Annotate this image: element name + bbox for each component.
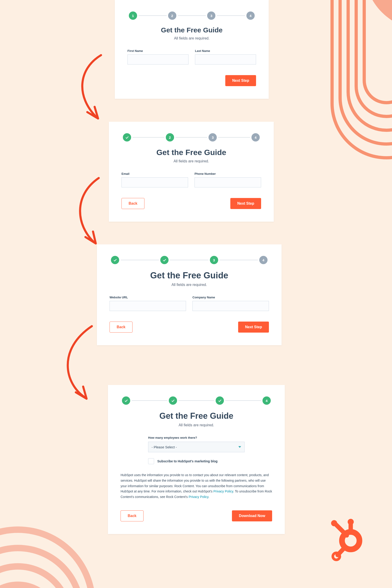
step-4: 4 [259,256,268,264]
stepper: 4 [122,396,271,405]
download-button[interactable]: Download Now [232,510,272,522]
check-icon [171,398,175,403]
step-2: 2 [166,133,174,142]
step-2: 2 [168,12,176,20]
arrow-1-icon [53,48,117,126]
step-3-done [216,396,224,405]
check-icon [218,398,222,403]
employees-label: How many employees work there? [148,436,244,440]
svg-point-4 [348,519,354,525]
form-title: Get the Free Guide [128,26,256,34]
stepper: 3 4 [111,256,268,264]
form-card-step-4: 4 Get the Free Guide All fields are requ… [108,385,285,534]
company-input[interactable] [192,301,269,311]
check-icon [125,135,129,140]
subscribe-checkbox[interactable] [148,458,154,464]
last-name-label: Last Name [195,49,256,52]
check-icon [113,258,117,262]
svg-point-2 [331,520,337,526]
website-input[interactable] [110,301,186,311]
step-4: 4 [262,396,271,405]
email-input[interactable] [122,177,188,188]
rockcontent-privacy-link[interactable]: Privacy Policy [188,495,208,499]
step-4: 4 [246,12,255,20]
first-name-input[interactable] [128,54,188,64]
next-step-button[interactable]: Next Step [225,75,256,86]
back-button[interactable]: Back [122,198,144,209]
next-step-button[interactable]: Next Step [238,322,269,332]
caret-down-icon [238,446,241,448]
employees-select-value: - Please Select - [152,445,177,449]
form-subtitle: All fields are required. [110,283,269,287]
hubspot-privacy-link[interactable]: Privacy Policy [213,490,233,493]
svg-point-0 [342,532,360,550]
form-title: Get the Free Guide [120,411,272,421]
step-1-done [122,396,130,405]
arrow-2-icon [53,172,117,250]
check-icon [162,258,166,262]
step-3: 3 [207,12,216,20]
website-label: Website URL [110,296,186,299]
step-4: 4 [252,133,260,142]
check-icon [124,398,128,403]
form-title: Get the Free Guide [110,270,269,280]
next-step-button[interactable]: Next Step [230,198,261,209]
stepper: 2 3 4 [123,133,260,142]
form-subtitle: All fields are required. [120,423,272,427]
step-line [138,16,167,16]
step-2-done [169,396,177,405]
step-3: 3 [208,133,217,142]
back-button[interactable]: Back [120,510,144,522]
form-title: Get the Free Guide [122,148,261,157]
form-card-step-2: 2 3 4 Get the Free Guide All fields are … [109,122,274,222]
svg-line-1 [336,524,347,536]
form-subtitle: All fields are required. [128,36,256,40]
svg-point-6 [333,553,340,560]
phone-input[interactable] [194,177,261,188]
form-card-step-1: 1 2 3 4 Get the Free Guide All fields ar… [115,0,269,99]
last-name-input[interactable] [195,54,256,64]
consent-text: HubSpot uses the information you provide… [120,472,272,500]
step-2-done [160,256,168,264]
step-1-done [123,133,131,142]
svg-line-5 [338,547,346,555]
step-1-done [111,256,119,264]
company-label: Company Name [192,296,269,299]
employees-select[interactable]: - Please Select - [148,442,244,452]
step-3: 3 [210,256,218,264]
hubspot-logo-icon [326,517,369,563]
email-label: Email [122,172,188,176]
back-button[interactable]: Back [110,322,132,332]
step-1: 1 [129,12,137,20]
phone-label: Phone Number [194,172,261,176]
stepper: 1 2 3 4 [129,12,255,20]
form-card-step-3: 3 4 Get the Free Guide All fields are re… [97,244,282,345]
subscribe-label: Subscribe to HubSpot's marketing blog [157,460,218,463]
first-name-label: First Name [128,49,188,52]
decorative-arch-bottom-left [0,476,124,588]
form-subtitle: All fields are required. [122,159,261,163]
